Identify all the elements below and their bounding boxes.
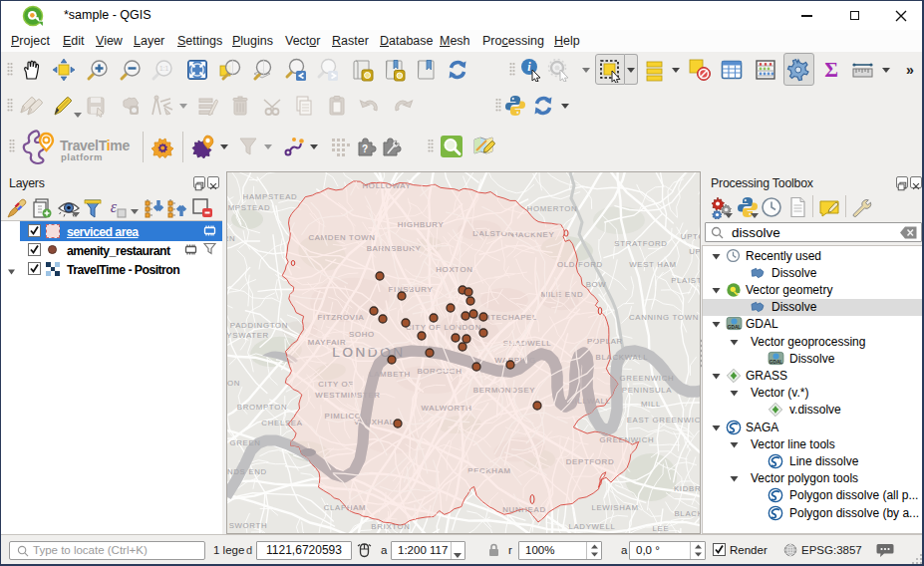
svg-text:MILE END: MILE END xyxy=(541,290,583,299)
svg-text:LEWISHAM: LEWISHAM xyxy=(591,503,638,512)
svg-text:DEPTFORD: DEPTFORD xyxy=(566,457,614,466)
svg-text:WALWORTH: WALWORTH xyxy=(422,404,472,413)
svg-text:HIGHBURY: HIGHBURY xyxy=(398,220,445,229)
svg-text:WEST HAM: WEST HAM xyxy=(629,260,676,269)
svg-text:LADYWELL: LADYWELL xyxy=(568,522,615,531)
svg-text:KIDBRO: KIDBRO xyxy=(674,484,700,493)
svg-text:ANDS END: ANDS END xyxy=(227,467,267,476)
svg-text:GDAL: GDAL xyxy=(770,360,783,365)
svg-text:BERMONDSEY: BERMONDSEY xyxy=(473,386,536,395)
svg-text:PENINSULA: PENINSULA xyxy=(622,386,673,395)
svg-text:SOHO: SOHO xyxy=(349,330,375,339)
svg-text:SWORTH: SWORTH xyxy=(229,521,268,530)
svg-text:GDAL: GDAL xyxy=(728,325,742,330)
svg-text:FITZROVIA: FITZROVIA xyxy=(317,313,364,322)
svg-text:HOXTON: HOXTON xyxy=(436,265,472,274)
svg-text:DALSTON: DALSTON xyxy=(472,229,514,238)
svg-text:GREENWICH: GREENWICH xyxy=(620,374,675,383)
svg-text:HAMPSTEAD: HAMPSTEAD xyxy=(243,192,298,201)
svg-text:BOW: BOW xyxy=(586,280,607,289)
svg-text:ε: ε xyxy=(111,198,118,215)
svg-text:Σ: Σ xyxy=(824,58,838,82)
svg-text:LAMBETH: LAMBETH xyxy=(369,370,411,379)
svg-text:EAST GREENWICH: EAST GREENWICH xyxy=(627,416,700,424)
svg-text:HOMERTON: HOMERTON xyxy=(527,204,578,213)
svg-text:BLACK: BLACK xyxy=(674,509,700,518)
svg-text:STRATFORD: STRATFORD xyxy=(614,239,667,248)
svg-text:CITY OF LONDON: CITY OF LONDON xyxy=(406,323,481,332)
svg-text:TON: TON xyxy=(227,379,240,388)
svg-text:CANNING TOWN: CANNING TOWN xyxy=(629,313,699,322)
svg-text:AMPSTEAD: AMPSTEAD xyxy=(227,203,270,212)
svg-text:WAPPING: WAPPING xyxy=(494,356,535,365)
svg-text:AYSWATER: AYSWATER xyxy=(227,331,269,340)
svg-text:RN: RN xyxy=(227,234,235,243)
svg-text:1:1: 1:1 xyxy=(159,65,168,72)
svg-text:UPT: UPT xyxy=(689,247,700,256)
svg-text:PLAISTO: PLAISTO xyxy=(671,276,700,285)
svg-text:PECKHAM: PECKHAM xyxy=(467,466,510,475)
svg-text:LEE: LEE xyxy=(653,524,670,533)
svg-text:CAMDEN TOWN: CAMDEN TOWN xyxy=(308,233,375,242)
svg-text:?: ? xyxy=(362,143,368,154)
svg-text:FINSBURY: FINSBURY xyxy=(389,285,434,294)
svg-text:MILL: MILL xyxy=(641,400,661,409)
svg-text:WESTMINSTER: WESTMINSTER xyxy=(315,391,380,400)
svg-text:M GREEN: M GREEN xyxy=(227,438,261,447)
svg-text:CITY OF: CITY OF xyxy=(318,380,354,389)
svg-text:BROMPTON: BROMPTON xyxy=(237,403,288,412)
svg-text:PADDINGTON: PADDINGTON xyxy=(230,321,288,330)
svg-text:UPTO: UPTO xyxy=(681,232,700,241)
